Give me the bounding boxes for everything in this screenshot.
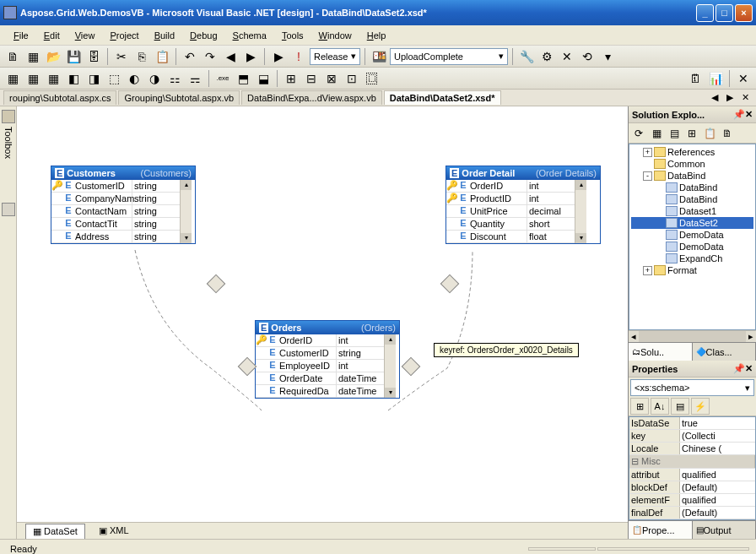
tab-prev-button[interactable]: ◀ xyxy=(708,92,721,103)
relation-diamond-1[interactable] xyxy=(207,274,226,294)
properties-tab-prope[interactable]: 📋 Prope... xyxy=(629,521,693,539)
schema-btn-8[interactable]: ◑ xyxy=(145,69,164,88)
relation-node-left[interactable] xyxy=(238,357,257,377)
schema-btn-10[interactable]: ⚎ xyxy=(186,69,204,88)
property-value[interactable]: true xyxy=(680,417,755,429)
menu-tools[interactable]: Tools xyxy=(275,29,310,42)
field-row[interactable]: EUnitPricedecimal xyxy=(446,205,575,218)
panel-close-icon[interactable]: ✕ xyxy=(745,363,753,374)
tree-node[interactable]: DataBind xyxy=(631,182,753,193)
property-row[interactable]: ⊟ Misc xyxy=(629,455,755,469)
tree-node[interactable]: DemoData xyxy=(631,241,753,253)
toolbox-panel[interactable]: Toolbox xyxy=(0,106,17,539)
copy-button[interactable]: ⎘ xyxy=(132,47,151,66)
designer-tab-dataset[interactable]: ▦ DataSet xyxy=(25,524,85,539)
sol-btn-4[interactable]: ⊞ xyxy=(683,125,700,142)
property-value[interactable]: (Default) xyxy=(680,507,755,519)
field-row[interactable]: EQuantityshort xyxy=(446,218,575,231)
panel-close-icon[interactable]: ✕ xyxy=(745,109,753,120)
field-row[interactable]: EContactNamstring xyxy=(51,205,180,218)
tool-a-button[interactable]: 🔧 xyxy=(517,47,536,66)
expand-icon[interactable]: - xyxy=(643,171,652,181)
schema-btn-7[interactable]: ◐ xyxy=(125,69,143,88)
undo-button[interactable]: ↶ xyxy=(181,47,199,66)
entity-orders-scrollbar[interactable]: ▴▾ xyxy=(384,334,396,398)
tab-next-button[interactable]: ▶ xyxy=(723,92,737,103)
menu-build[interactable]: Build xyxy=(148,29,181,42)
sol-btn-2[interactable]: ▦ xyxy=(648,125,665,142)
field-row[interactable]: ERequiredDadateTime xyxy=(256,385,384,398)
menu-project[interactable]: Project xyxy=(103,29,145,42)
pin-icon[interactable]: 📌 xyxy=(733,363,745,374)
config-combo[interactable]: Release▾ xyxy=(310,48,360,65)
field-row[interactable]: ECompanyNamstring xyxy=(51,193,180,205)
tree-node[interactable]: +Format xyxy=(631,264,753,276)
entity-order-details[interactable]: E Order Detail (Order Details) 🔑EOrderID… xyxy=(446,166,601,244)
prop-pages-button[interactable]: ▤ xyxy=(671,398,689,415)
properties-tab-output[interactable]: ▤ Output xyxy=(693,521,757,539)
properties-object-selector[interactable]: <xs:schema>▾ xyxy=(630,379,754,396)
entity-customers-header[interactable]: E Customers (Customers) xyxy=(51,166,195,180)
menu-file[interactable]: File xyxy=(7,29,35,42)
tree-node[interactable]: DataSet2 xyxy=(631,217,753,229)
expand-icon[interactable]: + xyxy=(643,266,652,275)
prop-events-button[interactable]: ⚡ xyxy=(691,398,710,415)
solution-tab-solu[interactable]: 🗂 Solu.. xyxy=(629,343,693,361)
save-button[interactable]: 💾 xyxy=(64,47,83,66)
sol-btn-3[interactable]: ▤ xyxy=(666,125,683,142)
entity-orders[interactable]: E Orders (Orders) 🔑EOrderIDintECustomerI… xyxy=(255,320,400,399)
sol-btn-1[interactable]: ⟳ xyxy=(630,125,647,142)
tool-e-button[interactable]: ▾ xyxy=(598,47,617,66)
property-row[interactable]: LocaleChinese ( xyxy=(629,443,755,455)
tool-d-button[interactable]: ⟲ xyxy=(578,47,597,66)
schema-btn-3[interactable]: ▦ xyxy=(44,69,62,88)
schema-btn-r2[interactable]: 📊 xyxy=(706,69,725,88)
menu-debug[interactable]: Debug xyxy=(183,29,224,42)
tree-node[interactable]: ExpandCh xyxy=(631,253,753,264)
menu-window[interactable]: Window xyxy=(312,29,359,42)
schema-btn-16[interactable]: ⊡ xyxy=(343,69,361,88)
schema-btn-14[interactable]: ⊟ xyxy=(302,69,321,88)
redo-button[interactable]: ↷ xyxy=(201,47,219,66)
field-row[interactable]: 🔑EOrderIDint xyxy=(256,334,384,347)
schema-designer[interactable]: E Customers (Customers) 🔑ECustomerIDstri… xyxy=(17,106,628,539)
tree-node[interactable]: DataBind xyxy=(631,193,753,205)
tab-close-button[interactable]: ✕ xyxy=(738,92,753,103)
schema-btn-11[interactable]: ⬒ xyxy=(234,69,252,88)
prop-alpha-button[interactable]: A↓ xyxy=(651,398,669,415)
entity-order-details-header[interactable]: E Order Detail (Order Details) xyxy=(446,166,600,180)
tab-3[interactable]: DataBind\DataSet2.xsd* xyxy=(384,90,501,105)
property-value[interactable]: Chinese ( xyxy=(680,443,755,454)
property-row[interactable]: key(Collecti xyxy=(629,430,755,443)
property-row[interactable]: finalDef(Default) xyxy=(629,507,755,519)
relation-node-right[interactable] xyxy=(402,357,421,377)
tree-node[interactable]: -DataBind xyxy=(631,170,753,182)
tab-0[interactable]: rouping\Subtotal.aspx.cs xyxy=(3,90,116,105)
field-row[interactable]: 🔑EOrderIDint xyxy=(446,180,575,193)
add-item-button[interactable]: ▦ xyxy=(24,47,42,66)
property-value[interactable]: qualified xyxy=(680,469,755,481)
field-row[interactable]: 🔑ECustomerIDstring xyxy=(51,180,180,193)
expand-icon[interactable]: + xyxy=(643,148,652,157)
property-value[interactable]: (Collecti xyxy=(680,430,755,442)
field-row[interactable]: ECustomerIDstring xyxy=(256,347,384,360)
menu-edit[interactable]: Edit xyxy=(37,29,67,42)
schema-btn-13[interactable]: ⊞ xyxy=(282,69,300,88)
sol-btn-5[interactable]: 📋 xyxy=(701,125,718,142)
schema-btn-2[interactable]: ▦ xyxy=(24,69,42,88)
open-button[interactable]: 📂 xyxy=(44,47,62,66)
property-row[interactable]: attributqualified xyxy=(629,469,755,481)
entity-customers[interactable]: E Customers (Customers) 🔑ECustomerIDstri… xyxy=(51,166,196,244)
tree-node[interactable]: Common xyxy=(631,158,753,170)
tab-2[interactable]: DataBind\Expa...dView.aspx.vb xyxy=(241,90,382,105)
tree-node[interactable]: Dataset1 xyxy=(631,205,753,217)
schema-btn-1[interactable]: ▦ xyxy=(3,69,22,88)
schema-btn-r1[interactable]: 🗓 xyxy=(686,69,705,88)
field-row[interactable]: EDiscountfloat xyxy=(446,231,575,243)
platform-combo[interactable]: UploadComplete▾ xyxy=(390,48,508,65)
tree-node[interactable]: +References xyxy=(631,146,753,158)
schema-btn-15[interactable]: ⊠ xyxy=(322,69,341,88)
schema-btn-17[interactable]: ⿴ xyxy=(363,69,381,88)
pin-icon[interactable]: 📌 xyxy=(733,109,745,120)
property-row[interactable]: blockDef(Default) xyxy=(629,481,755,494)
